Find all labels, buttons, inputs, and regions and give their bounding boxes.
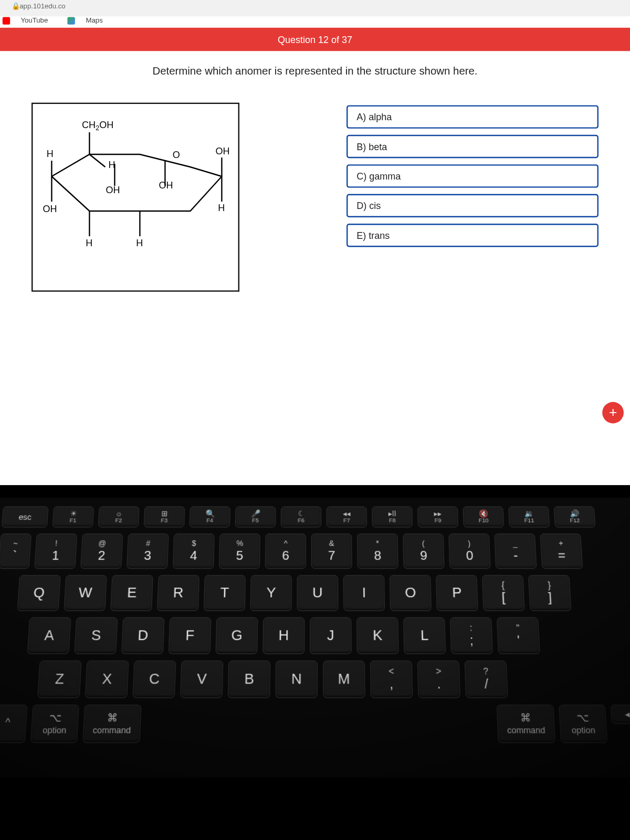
key-k[interactable]: K xyxy=(356,617,398,654)
key-u[interactable]: U xyxy=(297,575,338,611)
key-f8[interactable]: ▸IIF8 xyxy=(372,506,413,527)
key-bracket[interactable]: {[ xyxy=(482,575,525,611)
choice-d[interactable]: D) cis xyxy=(346,194,598,217)
bookmarks-bar: YouTube Maps xyxy=(0,16,630,28)
key-`[interactable]: ~` xyxy=(0,533,32,569)
label-c2-down: OH xyxy=(106,185,120,195)
key-w[interactable]: W xyxy=(64,575,107,611)
question-prompt: Determine which anomer is represented in… xyxy=(0,51,630,102)
key-d[interactable]: D xyxy=(121,617,164,654)
key-o[interactable]: O xyxy=(390,575,432,611)
laptop-screen: 🔒 app.101edu.co YouTube Maps Question 12… xyxy=(0,0,630,485)
key-2[interactable]: @2 xyxy=(80,533,123,569)
key-y[interactable]: Y xyxy=(250,575,292,611)
label-left-up: H xyxy=(47,148,54,159)
key-option-right[interactable]: ⌥option xyxy=(559,705,607,743)
label-c2-up: H xyxy=(108,160,115,170)
key-l[interactable]: L xyxy=(403,617,446,654)
key-f[interactable]: F xyxy=(169,617,212,654)
key-arrow-left[interactable]: ◂ xyxy=(611,705,630,723)
key-b[interactable]: B xyxy=(228,660,270,698)
key-q[interactable]: Q xyxy=(17,575,61,611)
key-4[interactable]: $4 xyxy=(173,533,215,569)
key-f6[interactable]: ☾F6 xyxy=(281,506,321,527)
key-1[interactable]: !1 xyxy=(34,533,77,569)
key-f3[interactable]: ⊞F3 xyxy=(144,506,185,527)
key-8[interactable]: *8 xyxy=(357,533,398,569)
bookmark-youtube[interactable]: YouTube xyxy=(3,16,59,24)
key--[interactable]: _- xyxy=(494,533,537,569)
answer-choices: A) alpha B) beta C) gamma D) cis E) tran… xyxy=(346,103,598,292)
key-f2[interactable]: ☼F2 xyxy=(98,506,140,527)
key-3[interactable]: #3 xyxy=(127,533,169,569)
svg-line-3 xyxy=(89,154,105,167)
key-e[interactable]: E xyxy=(110,575,153,611)
key-n[interactable]: N xyxy=(275,660,318,698)
key-f1[interactable]: ☀F1 xyxy=(52,506,94,527)
key-=[interactable]: += xyxy=(540,533,583,569)
choice-a[interactable]: A) alpha xyxy=(346,105,598,128)
youtube-icon xyxy=(3,17,10,25)
key-z[interactable]: Z xyxy=(37,660,82,698)
key-f7[interactable]: ◂◂F7 xyxy=(327,506,367,527)
label-c4-up: OH xyxy=(159,180,173,190)
maps-icon xyxy=(68,17,75,25)
key-t[interactable]: T xyxy=(204,575,246,611)
label-left-down: OH xyxy=(43,204,57,214)
question-header: Question 12 of 37 xyxy=(0,28,630,51)
bookmark-maps[interactable]: Maps xyxy=(68,16,112,24)
key-bracket[interactable]: }] xyxy=(528,575,571,611)
key-punct[interactable]: ?/ xyxy=(465,660,508,698)
key-i[interactable]: I xyxy=(343,575,385,611)
lock-icon: 🔒 xyxy=(12,1,18,10)
key-f5[interactable]: 🎤F5 xyxy=(235,506,276,527)
key-f12[interactable]: 🔊F12 xyxy=(554,506,596,527)
key-v[interactable]: V xyxy=(180,660,223,698)
key-a[interactable]: A xyxy=(27,617,71,654)
label-ch2oh: CH2OH xyxy=(82,119,113,132)
key-p[interactable]: P xyxy=(436,575,478,611)
url-text: app.101edu.co xyxy=(19,2,65,9)
label-c3-down: H xyxy=(86,237,92,248)
key-h[interactable]: H xyxy=(262,617,304,654)
key-f9[interactable]: ▸▸F9 xyxy=(417,506,458,527)
key-punct[interactable]: "' xyxy=(497,617,540,654)
keyboard: esc☀F1☼F2⊞F3🔍F4🎤F5☾F6◂◂F7▸IIF8▸▸F9🔇F10🔉F… xyxy=(0,498,630,778)
label-ring-o: O xyxy=(173,149,180,160)
key-command-left[interactable]: ⌘command xyxy=(82,705,141,743)
label-c4-down: H xyxy=(136,237,143,248)
choice-c[interactable]: C) gamma xyxy=(346,164,598,187)
key-command-right[interactable]: ⌘command xyxy=(497,705,556,743)
key-7[interactable]: &7 xyxy=(311,533,352,569)
label-right-up: OH xyxy=(215,145,229,156)
key-6[interactable]: ^6 xyxy=(265,533,306,569)
key-s[interactable]: S xyxy=(74,617,118,654)
key-punct[interactable]: :; xyxy=(450,617,493,654)
key-f10[interactable]: 🔇F10 xyxy=(463,506,504,527)
key-control[interactable]: ^ xyxy=(0,705,28,743)
key-c[interactable]: C xyxy=(132,660,176,698)
key-r[interactable]: R xyxy=(157,575,200,611)
key-m[interactable]: M xyxy=(323,660,365,698)
label-right-down: H xyxy=(218,202,225,213)
key-f4[interactable]: 🔍F4 xyxy=(190,506,230,527)
structure-figure: CH2OH O H OH H OH H OH H OH H xyxy=(32,103,239,292)
key-0[interactable]: )0 xyxy=(448,533,490,569)
choice-e[interactable]: E) trans xyxy=(346,224,598,247)
add-button[interactable]: + xyxy=(602,402,624,424)
key-punct[interactable]: <, xyxy=(370,660,413,698)
key-g[interactable]: G xyxy=(216,617,258,654)
browser-chrome: 🔒 app.101edu.co xyxy=(0,0,630,16)
key-x[interactable]: X xyxy=(85,660,129,698)
key-9[interactable]: (9 xyxy=(403,533,445,569)
choice-b[interactable]: B) beta xyxy=(346,135,598,158)
key-punct[interactable]: >. xyxy=(417,660,460,698)
key-option-left[interactable]: ⌥option xyxy=(30,705,79,743)
key-esc[interactable]: esc xyxy=(2,506,49,527)
key-f11[interactable]: 🔉F11 xyxy=(508,506,550,527)
key-5[interactable]: %5 xyxy=(219,533,260,569)
key-j[interactable]: J xyxy=(310,617,352,654)
